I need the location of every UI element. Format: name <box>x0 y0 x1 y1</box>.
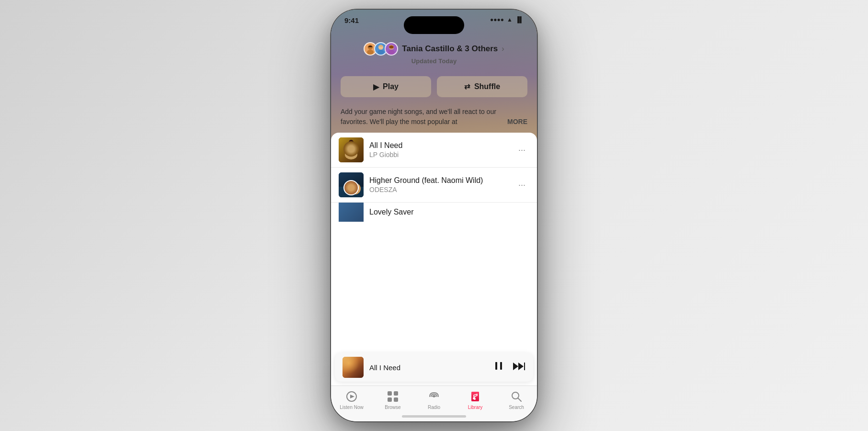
svg-marker-22 <box>350 395 354 398</box>
dynamic-island <box>404 16 464 34</box>
search-icon <box>510 390 523 403</box>
tab-listen-now[interactable]: Listen Now <box>335 390 368 410</box>
wifi-icon: ▲ <box>507 16 513 23</box>
svg-marker-19 <box>518 363 524 370</box>
svg-point-14 <box>352 182 358 189</box>
mini-artwork-inner <box>343 357 364 378</box>
song-artwork-2 <box>339 172 364 197</box>
svg-point-13 <box>349 183 361 194</box>
tab-radio[interactable]: Radio <box>417 390 451 410</box>
song-artist-1: LP Giobbi <box>369 151 509 159</box>
song-more-1[interactable]: ··· <box>514 141 529 159</box>
shuffle-button[interactable]: ⇄ Shuffle <box>437 76 527 97</box>
svg-rect-23 <box>388 391 392 396</box>
songs-list: All I Need LP Giobbi ··· <box>331 133 537 353</box>
tab-browse[interactable]: Browse <box>376 390 410 410</box>
tab-browse-label: Browse <box>385 405 400 410</box>
song-artwork-3 <box>339 203 364 222</box>
svg-rect-17 <box>500 362 502 370</box>
svg-line-33 <box>518 398 522 402</box>
song-info-2: Higher Ground (feat. Naomi Wild) ODESZA <box>369 176 509 193</box>
description-text: Add your game night songs, and we'll all… <box>341 107 505 127</box>
signal-icon: ●●●● <box>490 16 504 23</box>
description-area: Add your game night songs, and we'll all… <box>331 105 537 133</box>
svg-rect-20 <box>524 363 525 370</box>
svg-rect-24 <box>394 391 398 396</box>
song-artwork-1 <box>339 137 364 162</box>
tab-radio-label: Radio <box>428 405 440 410</box>
svg-marker-18 <box>513 363 518 370</box>
play-icon: ▶ <box>373 82 379 91</box>
svg-point-10 <box>349 140 354 145</box>
avatar-3 <box>385 42 398 56</box>
main-content: 9:41 ●●●● ▲ ▐▌ <box>331 10 537 421</box>
avatar-stack <box>364 42 398 56</box>
song-item-3-partial[interactable]: Lovely Saver <box>331 203 537 222</box>
song-info-3: Lovely Saver <box>369 208 529 216</box>
song-item-2[interactable]: Higher Ground (feat. Naomi Wild) ODESZA … <box>331 168 537 203</box>
scene: 9:41 ●●●● ▲ ▐▌ <box>0 0 868 431</box>
mini-player[interactable]: All I Need <box>335 353 533 382</box>
song-title-1: All I Need <box>369 141 509 150</box>
radio-icon <box>427 390 441 403</box>
chevron-right-icon: › <box>502 45 504 53</box>
tab-library[interactable]: Library <box>458 390 492 410</box>
tab-search[interactable]: Search <box>500 390 533 410</box>
shuffle-icon: ⇄ <box>464 82 470 91</box>
updated-text: Updated Today <box>411 57 457 65</box>
shuffle-label: Shuffle <box>474 82 500 91</box>
mini-artwork <box>343 357 364 378</box>
svg-point-8 <box>346 141 356 151</box>
listen-now-icon <box>345 390 358 403</box>
status-time: 9:41 <box>344 16 359 24</box>
svg-rect-26 <box>394 397 398 402</box>
song-artist-2: ODESZA <box>369 186 509 193</box>
svg-rect-16 <box>495 362 497 370</box>
pause-button[interactable] <box>493 360 504 374</box>
phone-shell: 9:41 ●●●● ▲ ▐▌ <box>331 10 537 421</box>
collaborators-row[interactable]: Tania Castillo & 3 Others › <box>364 42 504 56</box>
play-label: Play <box>383 82 399 91</box>
song-info-1: All I Need LP Giobbi <box>369 141 509 159</box>
song-title-2: Higher Ground (feat. Naomi Wild) <box>369 176 509 185</box>
battery-icon: ▐▌ <box>515 16 524 23</box>
song-more-2[interactable]: ··· <box>514 176 529 194</box>
mini-player-title: All I Need <box>369 363 487 372</box>
song-item[interactable]: All I Need LP Giobbi ··· <box>331 133 537 168</box>
mini-controls <box>493 360 525 374</box>
more-button[interactable]: MORE <box>507 117 527 127</box>
svg-point-5 <box>388 50 395 55</box>
home-indicator <box>402 415 466 418</box>
tab-search-label: Search <box>509 405 524 410</box>
library-icon <box>468 390 482 403</box>
svg-point-1 <box>367 50 374 55</box>
tab-library-label: Library <box>468 405 483 410</box>
play-button[interactable]: ▶ Play <box>341 76 431 97</box>
tab-listen-now-label: Listen Now <box>340 405 363 410</box>
skip-forward-button[interactable] <box>512 361 525 374</box>
svg-point-31 <box>474 398 476 400</box>
svg-point-9 <box>345 150 357 159</box>
screen: 9:41 ●●●● ▲ ▐▌ <box>331 10 537 421</box>
action-buttons: ▶ Play ⇄ Shuffle <box>331 72 537 105</box>
collaborators-text: Tania Castillo & 3 Others <box>402 44 498 54</box>
browse-icon <box>386 390 400 403</box>
svg-rect-25 <box>388 397 392 402</box>
song-title-3: Lovely Saver <box>369 208 529 216</box>
svg-rect-15 <box>339 203 364 222</box>
status-icons: ●●●● ▲ ▐▌ <box>490 16 524 23</box>
svg-point-27 <box>433 396 435 397</box>
svg-point-3 <box>377 50 384 55</box>
